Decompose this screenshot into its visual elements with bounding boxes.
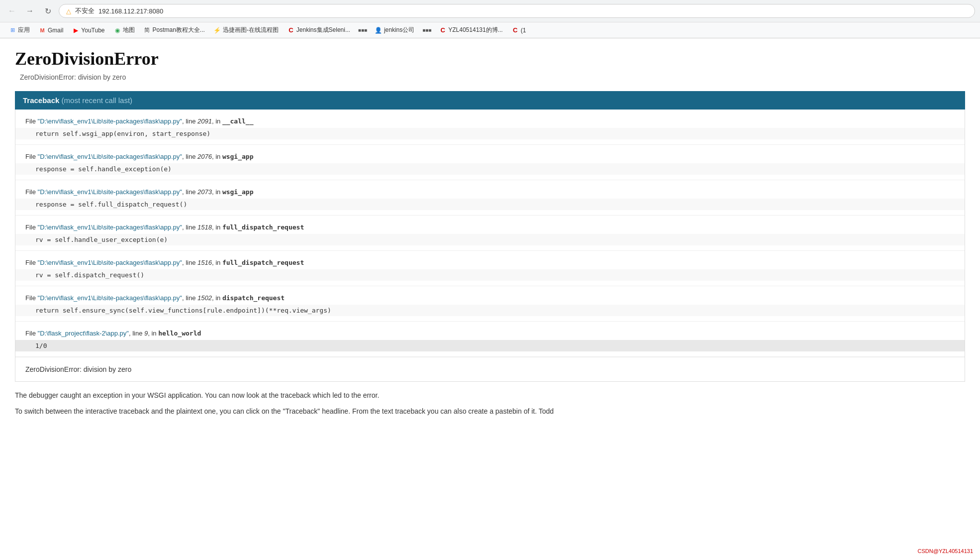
pub-account2-icon: ■■■ xyxy=(423,27,430,34)
c2-icon: C xyxy=(512,27,519,34)
frame-2-file: File "D:\env\flask_env1\Lib\site-package… xyxy=(15,150,965,163)
forward-button[interactable]: → xyxy=(23,4,37,18)
frame-1-line: 2091 xyxy=(197,117,212,125)
frame-7-path: "D:\flask_project\flask-2\app.py" xyxy=(38,330,129,337)
jenkins1-icon: C xyxy=(288,27,294,34)
yzl-icon: C xyxy=(439,27,446,34)
traceback-frame-6: File "D:\env\flask_env1\Lib\site-package… xyxy=(15,286,965,322)
bookmark-gmail[interactable]: M Gmail xyxy=(35,25,67,35)
traceback-frame-4: File "D:\env\flask_env1\Lib\site-package… xyxy=(15,216,965,251)
address-warning-label: 不安全 xyxy=(75,6,95,15)
traceback-frame-3: File "D:\env\flask_env1\Lib\site-package… xyxy=(15,180,965,216)
frame-1-file: File "D:\env\flask_env1\Lib\site-package… xyxy=(15,114,965,128)
frame-5-code: rv = self.dispatch_request() xyxy=(15,269,965,281)
bookmark-jenkins1-label: Jenkins集成Seleni... xyxy=(296,26,350,34)
frame-3-path: "D:\env\flask_env1\Lib\site-packages\fla… xyxy=(38,188,182,196)
security-warning-icon: △ xyxy=(66,7,71,15)
browser-chrome: ← → ↻ △ 不安全 192.168.112.217:8080 ⊞ 应用 M … xyxy=(0,0,980,38)
back-button[interactable]: ← xyxy=(5,4,19,18)
traceback-body: File "D:\env\flask_env1\Lib\site-package… xyxy=(15,110,965,382)
frame-6-line: 1502 xyxy=(197,294,212,302)
frame-4-path: "D:\env\flask_env1\Lib\site-packages\fla… xyxy=(38,224,182,231)
bookmark-xunjie-label: 迅捷画图-在线流程图 xyxy=(223,26,279,34)
reload-button[interactable]: ↻ xyxy=(41,4,55,18)
frame-2-line: 2076 xyxy=(197,153,212,160)
frame-7-line: 9 xyxy=(144,330,148,337)
frame-4-code: rv = self.handle_user_exception(e) xyxy=(15,234,965,245)
traceback-frame-2: File "D:\env\flask_env1\Lib\site-package… xyxy=(15,145,965,180)
bookmark-xunjie[interactable]: ⚡ 迅捷画图-在线流程图 xyxy=(210,24,283,36)
traceback-frame-5: File "D:\env\flask_env1\Lib\site-package… xyxy=(15,251,965,286)
frame-2-code: response = self.handle_exception(e) xyxy=(15,163,965,175)
traceback-bottom-error: ZeroDivisionError: division by zero xyxy=(15,357,965,381)
nav-bar: ← → ↻ △ 不安全 192.168.112.217:8080 xyxy=(0,0,980,22)
gmail-icon: M xyxy=(39,27,46,34)
frame-5-func: full_dispatch_request xyxy=(222,259,304,266)
frame-1-code: return self.wsgi_app(environ, start_resp… xyxy=(15,128,965,139)
youtube-icon: ▶ xyxy=(72,27,79,34)
traceback-keyword: Traceback xyxy=(23,96,59,105)
bookmarks-bar: ⊞ 应用 M Gmail ▶ YouTube ◉ 地图 简 Postman教程大… xyxy=(0,22,980,38)
bookmark-postman[interactable]: 简 Postman教程大全... xyxy=(140,24,209,36)
bookmark-pub-account2[interactable]: ■■■ xyxy=(419,25,434,35)
traceback-subheading: (most recent call last) xyxy=(62,96,133,105)
bookmark-maps-label: 地图 xyxy=(123,26,135,34)
address-url: 192.168.112.217:8080 xyxy=(98,7,163,15)
frame-3-func: wsgi_app xyxy=(222,188,254,196)
bookmark-jenkins-person-label: jenkins公司 xyxy=(384,26,414,34)
bookmark-yzl[interactable]: C YZL40514131的博... xyxy=(435,24,506,36)
frame-5-file: File "D:\env\flask_env1\Lib\site-package… xyxy=(15,256,965,269)
frame-2-path: "D:\env\flask_env1\Lib\site-packages\fla… xyxy=(38,153,182,160)
pub-account-icon: ■■■ xyxy=(359,27,366,34)
xunjie-icon: ⚡ xyxy=(214,27,221,34)
frame-7-func: hello_world xyxy=(158,330,201,337)
page-content: ZeroDivisionError ZeroDivisionError: div… xyxy=(0,38,980,436)
frame-3-line: 2073 xyxy=(197,188,212,196)
frame-1-func: __call__ xyxy=(222,117,254,125)
frame-5-line: 1516 xyxy=(197,259,212,266)
frame-4-line: 1518 xyxy=(197,224,212,231)
bookmark-gmail-label: Gmail xyxy=(48,27,63,34)
frame-7-file: File "D:\flask_project\flask-2\app.py", … xyxy=(15,327,965,340)
apps-icon: ⊞ xyxy=(9,27,16,34)
error-subtitle: ZeroDivisionError: division by zero xyxy=(15,73,965,81)
bookmark-youtube-label: YouTube xyxy=(81,27,104,34)
bookmark-postman-label: Postman教程大全... xyxy=(153,26,205,34)
bookmark-yzl-label: YZL40514131的博... xyxy=(448,26,502,34)
frame-2-func: wsgi_app xyxy=(222,153,254,160)
frame-5-path: "D:\env\flask_env1\Lib\site-packages\fla… xyxy=(38,259,182,266)
frame-6-code: return self.ensure_sync(self.view_functi… xyxy=(15,305,965,316)
frame-1-path: "D:\env\flask_env1\Lib\site-packages\fla… xyxy=(38,117,182,125)
jenkins-person-icon: 👤 xyxy=(375,27,382,34)
bookmark-pub-account[interactable]: ■■■ xyxy=(355,25,370,35)
frame-7-code: 1/0 xyxy=(15,340,965,351)
frame-3-code: response = self.full_dispatch_request() xyxy=(15,199,965,210)
bookmark-maps[interactable]: ◉ 地图 xyxy=(110,24,139,36)
description-line2: To switch between the interactive traceb… xyxy=(15,406,965,417)
bookmark-apps-label: 应用 xyxy=(18,26,30,34)
bookmark-c2-label: (1 xyxy=(521,27,526,34)
bookmark-c2[interactable]: C (1 xyxy=(508,25,530,35)
bookmark-jenkins-person[interactable]: 👤 jenkins公司 xyxy=(371,24,418,36)
description-section: The debugger caught an exception in your… xyxy=(15,382,965,426)
bookmark-jenkins1[interactable]: C Jenkins集成Seleni... xyxy=(284,24,354,36)
frame-6-file: File "D:\env\flask_env1\Lib\site-package… xyxy=(15,291,965,305)
frame-6-func: dispatch_request xyxy=(222,294,285,302)
bookmark-youtube[interactable]: ▶ YouTube xyxy=(68,25,108,35)
description-line1: The debugger caught an exception in your… xyxy=(15,390,965,401)
address-bar[interactable]: △ 不安全 192.168.112.217:8080 xyxy=(59,4,975,18)
bookmark-apps[interactable]: ⊞ 应用 xyxy=(5,24,34,36)
postman-icon: 简 xyxy=(144,27,151,34)
traceback-section: Traceback (most recent call last) File "… xyxy=(15,91,965,382)
traceback-frame-7: File "D:\flask_project\flask-2\app.py", … xyxy=(15,322,965,357)
error-title: ZeroDivisionError xyxy=(15,48,965,69)
traceback-frame-1: File "D:\env\flask_env1\Lib\site-package… xyxy=(15,110,965,145)
frame-3-file: File "D:\env\flask_env1\Lib\site-package… xyxy=(15,185,965,199)
maps-icon: ◉ xyxy=(114,27,121,34)
frame-6-path: "D:\env\flask_env1\Lib\site-packages\fla… xyxy=(38,294,182,302)
frame-4-func: full_dispatch_request xyxy=(222,224,304,231)
frame-4-file: File "D:\env\flask_env1\Lib\site-package… xyxy=(15,221,965,234)
traceback-header[interactable]: Traceback (most recent call last) xyxy=(15,91,965,110)
